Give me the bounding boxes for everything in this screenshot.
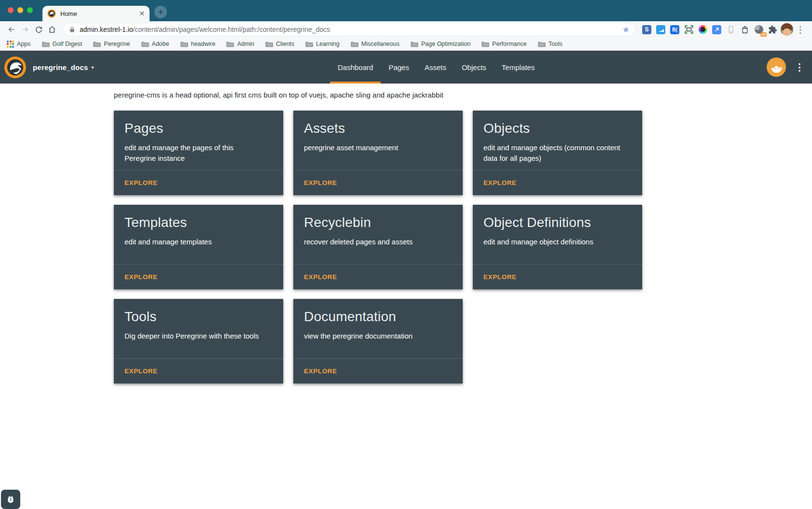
folder-icon bbox=[42, 41, 50, 47]
reload-button[interactable] bbox=[32, 23, 45, 36]
tab-title: Home bbox=[60, 10, 135, 17]
extension-bluejeans[interactable]: B( bbox=[668, 23, 682, 36]
folder-icon bbox=[265, 41, 273, 47]
card-tools: Tools Dig deeper into Peregrine with the… bbox=[114, 299, 283, 383]
bookmark-folder-performance[interactable]: Performance bbox=[482, 41, 527, 47]
bookmark-label: Peregrine bbox=[104, 41, 130, 47]
nav-tab-objects[interactable]: Objects bbox=[454, 51, 494, 84]
tab-close-icon[interactable]: ✕ bbox=[139, 10, 145, 17]
card-description: peregrine asset management bbox=[304, 142, 452, 153]
card-description: recover deleted pages and assets bbox=[304, 237, 452, 247]
nav-tab-pages[interactable]: Pages bbox=[381, 51, 417, 84]
apps-grid-icon bbox=[7, 41, 14, 48]
peregrine-favicon bbox=[47, 9, 56, 18]
bookmark-folder-golf-digest[interactable]: Golf Digest bbox=[42, 41, 83, 47]
folder-icon bbox=[180, 41, 188, 47]
bookmark-folder-headwire[interactable]: headwire bbox=[180, 41, 216, 47]
nav-tab-assets[interactable]: Assets bbox=[417, 51, 454, 84]
peregrine-logo-icon[interactable] bbox=[4, 56, 27, 79]
extension-camera-lens[interactable] bbox=[696, 23, 710, 36]
extension-shopping[interactable] bbox=[738, 23, 752, 36]
home-icon bbox=[48, 25, 56, 34]
back-button[interactable] bbox=[5, 23, 18, 36]
extension-screenshot[interactable] bbox=[682, 23, 696, 36]
bookmark-star-icon[interactable]: ★ bbox=[622, 25, 630, 35]
card-title: Objects bbox=[483, 121, 632, 136]
app-menu-kebab-icon[interactable]: ⋮ bbox=[795, 61, 804, 73]
url-path: /content/admin/pages/welcome.html/path:/… bbox=[133, 26, 330, 33]
bookmark-folder-adobe[interactable]: Adobe bbox=[141, 41, 169, 47]
explore-tools-link[interactable]: EXPLORE bbox=[124, 368, 158, 375]
browser-menu-button[interactable]: ⋮ bbox=[794, 23, 807, 36]
camera-lens-icon bbox=[699, 25, 707, 34]
browser-tab-strip: Home ✕ + bbox=[0, 0, 812, 21]
card-title: Pages bbox=[124, 121, 273, 136]
card-footer: EXPLORE bbox=[293, 264, 463, 289]
bookmark-folder-miscellaneous[interactable]: Miscellaneous bbox=[351, 41, 399, 47]
card-grid: Pages edit and manage the pages of this … bbox=[114, 111, 812, 383]
folder-icon bbox=[411, 41, 418, 47]
explore-documentation-link[interactable]: EXPLORE bbox=[304, 368, 337, 375]
back-arrow-icon bbox=[7, 25, 16, 34]
bookmark-apps[interactable]: Apps bbox=[7, 41, 31, 48]
explore-recyclebin-link[interactable]: EXPLORE bbox=[304, 273, 337, 281]
explore-pages-link[interactable]: EXPLORE bbox=[124, 179, 158, 186]
nav-tab-dashboard[interactable]: Dashboard bbox=[330, 51, 381, 84]
card-description: edit and manage templates bbox=[124, 237, 273, 247]
dashboard-content: peregrine-cms is a head optional, api fi… bbox=[0, 91, 812, 383]
bookmark-label: Clients bbox=[276, 41, 294, 47]
home-button[interactable] bbox=[45, 23, 59, 36]
explore-object-definitions-link[interactable]: EXPLORE bbox=[483, 273, 517, 281]
bookmark-label: Golf Digest bbox=[53, 41, 83, 47]
extension-split-window[interactable] bbox=[654, 23, 668, 36]
chevron-down-icon[interactable]: ▾ bbox=[92, 65, 94, 70]
card-title: Assets bbox=[304, 121, 452, 136]
close-window-button[interactable] bbox=[8, 7, 14, 13]
bookmark-folder-page-optimization[interactable]: Page Optimization bbox=[411, 41, 470, 47]
window-controls bbox=[8, 7, 33, 13]
explore-objects-link[interactable]: EXPLORE bbox=[483, 179, 517, 186]
browser-profile-button[interactable] bbox=[780, 23, 794, 36]
browser-tab[interactable]: Home ✕ bbox=[42, 6, 150, 21]
address-bar[interactable]: admin.kestrel-1.io/content/admin/pages/w… bbox=[63, 23, 636, 36]
card-footer: EXPLORE bbox=[293, 358, 463, 383]
extension-open-in-new[interactable] bbox=[710, 23, 724, 36]
zoom-window-button[interactable] bbox=[27, 7, 33, 13]
bookmark-label: Learning bbox=[316, 41, 340, 47]
profile-avatar-icon bbox=[781, 23, 793, 36]
new-tab-button[interactable]: + bbox=[154, 6, 167, 18]
bookmark-folder-admin[interactable]: Admin bbox=[226, 41, 254, 47]
bookmark-folder-clients[interactable]: Clients bbox=[265, 41, 294, 47]
extension-mobile-view[interactable] bbox=[724, 23, 738, 36]
card-title: Templates bbox=[124, 215, 273, 230]
folder-icon bbox=[351, 41, 358, 47]
diagonal-arrow-icon bbox=[712, 25, 721, 34]
bookmark-folder-tools[interactable]: Tools bbox=[538, 41, 563, 47]
card-description: edit and manage the pages of this Peregr… bbox=[124, 142, 273, 164]
forward-button[interactable] bbox=[18, 23, 32, 36]
bookmark-label: headwire bbox=[191, 41, 216, 47]
card-footer: EXPLORE bbox=[473, 170, 642, 195]
card-footer: EXPLORE bbox=[473, 264, 642, 289]
user-avatar-button[interactable] bbox=[767, 57, 786, 77]
url-domain: admin.kestrel-1.io bbox=[80, 26, 133, 33]
explore-templates-link[interactable]: EXPLORE bbox=[124, 273, 158, 281]
card-description: view the peregrine documentation bbox=[304, 331, 452, 341]
url-text: admin.kestrel-1.io/content/admin/pages/w… bbox=[80, 26, 330, 33]
nav-tab-templates[interactable]: Templates bbox=[494, 51, 542, 84]
reload-icon bbox=[35, 26, 43, 34]
debug-bug-button[interactable] bbox=[1, 490, 20, 509]
minimize-window-button[interactable] bbox=[17, 7, 23, 13]
extension-stylus[interactable]: S bbox=[640, 23, 654, 36]
explore-assets-link[interactable]: EXPLORE bbox=[304, 179, 337, 186]
bookmark-folder-learning[interactable]: Learning bbox=[305, 41, 340, 47]
card-footer: EXPLORE bbox=[114, 170, 283, 195]
card-footer: EXPLORE bbox=[114, 264, 283, 289]
extensions-menu-button[interactable] bbox=[766, 23, 780, 36]
main-nav: Dashboard Pages Assets Objects Templates bbox=[330, 51, 542, 84]
app-header: peregrine_docs ▾ Dashboard Pages Assets … bbox=[0, 51, 812, 84]
site-name[interactable]: peregrine_docs bbox=[33, 63, 88, 71]
bookmark-folder-peregrine[interactable]: Peregrine bbox=[93, 41, 130, 47]
b-camera-icon: B( bbox=[670, 25, 679, 34]
extension-toggle-off[interactable]: off bbox=[752, 23, 766, 36]
